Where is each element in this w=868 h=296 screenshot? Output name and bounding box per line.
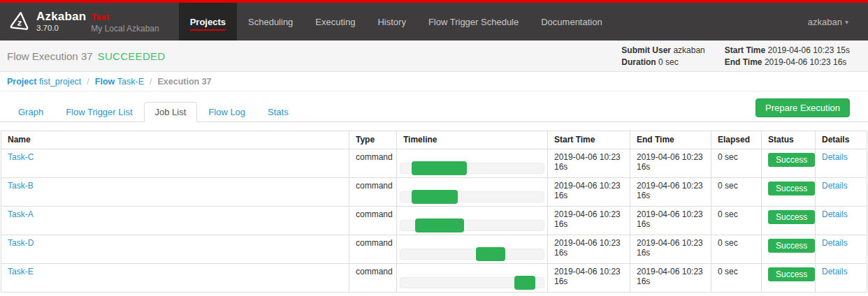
brand-subtitle: My Local Azkaban <box>91 24 159 34</box>
caret-down-icon: ▾ <box>845 18 848 26</box>
job-end-time: 2019-04-06 10:23 16s <box>630 235 711 264</box>
job-end-time: 2019-04-06 10:23 16s <box>630 178 711 207</box>
timeline-track <box>400 277 544 288</box>
svg-text:z: z <box>17 17 22 28</box>
nav-item-flow-trigger-schedule[interactable]: Flow Trigger Schedule <box>417 3 530 40</box>
job-end-time: 2019-04-06 10:23 16s <box>630 207 711 235</box>
timeline-track <box>400 220 544 231</box>
table-row: Task-E command 2019-04-06 10:23 16s 2019… <box>1 264 867 293</box>
job-type: command <box>349 235 397 264</box>
nav-item-projects[interactable]: Projects <box>179 3 237 40</box>
timeline-track <box>400 191 544 202</box>
col-header-details: Details <box>816 131 867 149</box>
job-type: command <box>349 178 397 207</box>
tab-flow-trigger-list[interactable]: Flow Trigger List <box>55 102 143 122</box>
brand-version: 3.70.0 <box>36 23 86 33</box>
col-header-end-time: End Time <box>630 131 711 149</box>
table-header-row: Name Type Timeline Start Time End Time E… <box>1 131 867 149</box>
main-nav: Projects Scheduling Executing History Fl… <box>179 3 614 40</box>
job-type: command <box>349 149 397 178</box>
job-start-time: 2019-04-06 10:23 16s <box>548 207 630 235</box>
job-start-time: 2019-04-06 10:23 16s <box>548 178 630 207</box>
timeline-track <box>400 163 544 174</box>
nav-item-scheduling[interactable]: Scheduling <box>237 3 304 40</box>
job-details-link[interactable]: Details <box>822 181 848 191</box>
col-header-status: Status <box>762 131 816 149</box>
job-start-time: 2019-04-06 10:23 16s <box>548 264 630 293</box>
meta-end-time: End Time 2019-04-06 10:23 16s <box>725 57 850 67</box>
breadcrumb-project-link[interactable]: Project fist_project <box>7 77 81 87</box>
nav-item-history[interactable]: History <box>366 3 417 40</box>
user-name: azkaban <box>808 17 842 27</box>
brand-environment: Test <box>91 11 159 24</box>
timeline-bar[interactable] <box>514 276 535 290</box>
col-header-timeline: Timeline <box>397 131 548 149</box>
flow-status-text: SUCCEEDED <box>98 50 166 62</box>
navbar: z Azkaban 3.70.0 Test My Local Azkaban P… <box>0 3 868 40</box>
flow-header: Flow Execution 37 SUCCEEDED Submit User … <box>0 40 868 72</box>
col-header-start-time: Start Time <box>548 131 630 149</box>
status-badge: Success <box>768 153 815 167</box>
job-type: command <box>349 264 397 293</box>
timeline-bar[interactable] <box>476 247 505 261</box>
nav-item-documentation[interactable]: Documentation <box>530 3 613 40</box>
tab-job-list[interactable]: Job List <box>144 102 198 122</box>
azkaban-logo-icon: z <box>10 10 30 34</box>
tab-flow-log[interactable]: Flow Log <box>197 102 256 122</box>
job-name-link[interactable]: Task-E <box>8 267 34 276</box>
meta-submit-user: Submit User azkaban <box>621 45 704 55</box>
status-badge: Success <box>768 210 815 224</box>
tabs-bar: Graph Flow Trigger List Job List Flow Lo… <box>0 101 868 122</box>
status-badge: Success <box>768 182 815 195</box>
job-details-link[interactable]: Details <box>822 209 848 219</box>
job-name-link[interactable]: Task-B <box>8 181 34 191</box>
job-end-time: 2019-04-06 10:23 16s <box>630 149 711 178</box>
job-details-link[interactable]: Details <box>822 267 848 276</box>
status-badge: Success <box>768 239 815 253</box>
page-title: Flow Execution 37 <box>7 50 93 62</box>
table-row: Task-A command 2019-04-06 10:23 16s 2019… <box>1 207 867 235</box>
timeline-track <box>400 249 544 260</box>
tab-stats[interactable]: Stats <box>256 102 300 122</box>
job-table: Name Type Timeline Start Time End Time E… <box>1 131 867 293</box>
table-row: Task-C command 2019-04-06 10:23 16s 2019… <box>1 149 867 178</box>
table-row: Task-D command 2019-04-06 10:23 16s 2019… <box>1 235 867 264</box>
job-name-link[interactable]: Task-D <box>8 238 34 248</box>
meta-duration: Duration 0 sec <box>621 57 704 67</box>
col-header-name: Name <box>1 131 349 149</box>
job-details-link[interactable]: Details <box>822 152 848 162</box>
job-elapsed: 0 sec <box>711 207 762 235</box>
col-header-type: Type <box>349 131 397 149</box>
timeline-bar[interactable] <box>415 219 464 232</box>
job-elapsed: 0 sec <box>711 149 762 178</box>
meta-start-time: Start Time 2019-04-06 10:23 15s <box>725 45 850 55</box>
breadcrumb-flow-link[interactable]: Flow Task-E <box>95 77 144 87</box>
breadcrumb-current: Execution 37 <box>157 77 211 87</box>
col-header-elapsed: Elapsed <box>711 131 762 149</box>
job-elapsed: 0 sec <box>711 235 762 264</box>
status-badge: Success <box>768 267 815 281</box>
user-menu[interactable]: azkaban ▾ <box>808 3 868 40</box>
tab-graph[interactable]: Graph <box>7 102 55 122</box>
job-start-time: 2019-04-06 10:23 16s <box>548 235 630 264</box>
job-elapsed: 0 sec <box>711 264 762 293</box>
job-details-link[interactable]: Details <box>822 238 848 248</box>
job-start-time: 2019-04-06 10:23 16s <box>548 149 630 178</box>
breadcrumb: Project fist_project / Flow Task-E / Exe… <box>0 72 868 91</box>
brand-name: Azkaban <box>36 10 86 23</box>
job-name-link[interactable]: Task-A <box>8 209 34 219</box>
job-name-link[interactable]: Task-C <box>8 152 34 162</box>
flow-meta: Submit User azkaban Duration 0 sec Start… <box>621 45 850 67</box>
job-elapsed: 0 sec <box>711 178 762 207</box>
breadcrumb-separator: / <box>150 77 152 87</box>
job-end-time: 2019-04-06 10:23 16s <box>630 264 711 293</box>
timeline-bar[interactable] <box>412 190 458 204</box>
breadcrumb-separator: / <box>87 77 89 87</box>
table-row: Task-B command 2019-04-06 10:23 16s 2019… <box>1 178 867 207</box>
timeline-bar[interactable] <box>412 161 468 175</box>
brand[interactable]: z Azkaban 3.70.0 Test My Local Azkaban <box>0 3 171 40</box>
nav-item-executing[interactable]: Executing <box>304 3 366 40</box>
job-type: command <box>349 207 397 235</box>
job-list-panel: Name Type Timeline Start Time End Time E… <box>0 122 868 293</box>
prepare-execution-button[interactable]: Prepare Execution <box>755 98 850 117</box>
